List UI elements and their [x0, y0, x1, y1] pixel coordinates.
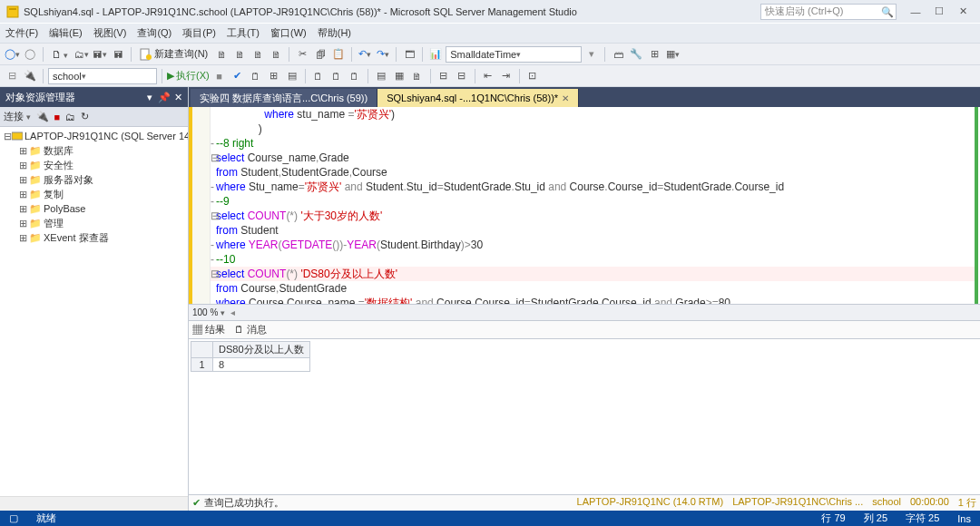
stop-icon[interactable]: ■ — [211, 68, 228, 84]
filter-icon[interactable]: 🗂 — [65, 112, 75, 122]
tools-icon[interactable]: 🔧 — [628, 46, 644, 63]
nav-forward-icon[interactable]: ◯ — [22, 46, 38, 63]
cell-value[interactable]: 8 — [213, 358, 310, 372]
open-project-icon[interactable]: 🗂 — [74, 46, 90, 63]
code-area[interactable]: where stu_name ='苏贤兴') )---8 right⊟selec… — [211, 107, 980, 304]
server-icon — [12, 131, 23, 141]
column-header[interactable]: DS80分及以上人数 — [213, 342, 310, 358]
results-grid[interactable]: DS80分及以上人数 18 — [189, 339, 980, 494]
redo-icon[interactable]: ↷ — [375, 46, 391, 63]
include-client-stats-icon[interactable]: 🗒 — [347, 68, 363, 84]
include-stats-icon[interactable]: 🗒 — [328, 68, 345, 84]
intellisense-icon[interactable]: ▤ — [284, 68, 300, 84]
tree-node[interactable]: ⊞📁数据库 — [0, 143, 188, 158]
folder-icon: 📁 — [29, 145, 42, 156]
save-all-icon[interactable]: 🖬 — [110, 46, 126, 63]
menu-query[interactable]: 查询(Q) — [137, 26, 172, 40]
undo-icon[interactable]: ↶ — [357, 46, 373, 63]
results-tab[interactable]: ▦ 结果 — [192, 323, 225, 336]
zoom-combo[interactable]: 100 % — [192, 307, 225, 317]
connect-icon[interactable]: 🔌 — [22, 68, 38, 84]
connect-dropdown[interactable]: 连接 — [4, 110, 31, 123]
menu-window[interactable]: 窗口(W) — [270, 26, 307, 40]
include-plan-icon[interactable]: 🗒 — [310, 68, 327, 84]
options-icon[interactable]: ▦ — [664, 46, 681, 63]
increase-indent-icon[interactable]: ⇥ — [498, 68, 514, 84]
object-explorer-scrollbar[interactable] — [0, 496, 188, 511]
new-file-button[interactable]: 🗋 — [48, 49, 72, 60]
db-engine-query-icon[interactable]: 🗎 — [213, 46, 230, 63]
status-char: 字符 25 — [897, 511, 948, 525]
registered-servers-icon[interactable]: 🗃 — [610, 46, 626, 63]
specify-values-icon[interactable]: ⊡ — [524, 68, 541, 84]
menu-view[interactable]: 视图(V) — [93, 26, 127, 40]
status-db: school — [872, 496, 901, 510]
status-user: LAPTOP-JR91Q1NC\Chris ... — [732, 496, 863, 510]
success-icon: ✔ — [192, 497, 201, 509]
dropdown-icon[interactable]: ▾ — [147, 92, 152, 103]
cut-icon[interactable]: ✂ — [294, 46, 310, 63]
pin-icon[interactable]: 📌 — [158, 92, 171, 103]
execute-button[interactable]: ▶ 执行(X) — [167, 69, 210, 83]
messages-tab[interactable]: 🗒 消息 — [234, 323, 267, 336]
save-icon[interactable]: 🖬 — [92, 46, 108, 63]
scroll-left-icon[interactable]: ◂ — [230, 307, 235, 317]
tree-server-node[interactable]: ⊟ LAPTOP-JR91Q1NC (SQL Server 14.0. — [0, 129, 188, 143]
mdx-query-icon[interactable]: 🗎 — [250, 46, 266, 63]
find-icon[interactable]: ▾ — [583, 46, 600, 63]
template-icon[interactable]: ⊞ — [646, 46, 662, 63]
type-combo[interactable]: SmalldateTime — [446, 46, 582, 63]
new-query-label: 新建查询(N) — [154, 47, 208, 61]
quick-launch-input[interactable]: 快速启动 (Ctrl+Q) 🔍 — [760, 4, 897, 20]
uncomment-icon[interactable]: ⊟ — [454, 68, 470, 84]
object-explorer-pane: 对象资源管理器 ▾ 📌 ✕ 连接 🔌 ■ 🗂 ↻ ⊟ LAPTOP-JR91Q1… — [0, 87, 189, 511]
menu-project[interactable]: 项目(P) — [182, 26, 216, 40]
tree-node[interactable]: ⊞📁PolyBase — [0, 201, 188, 216]
menu-tools[interactable]: 工具(T) — [227, 26, 260, 40]
results-text-icon[interactable]: ▤ — [373, 68, 389, 84]
new-query-button[interactable]: 新建查询(N) — [136, 47, 211, 61]
nav-back-icon[interactable]: ◯ — [4, 46, 20, 63]
paste-icon[interactable]: 📋 — [330, 46, 347, 63]
close-tab-icon[interactable]: ✕ — [562, 93, 569, 103]
status-connection: LAPTOP-JR91Q1NC (14.0 RTM) — [577, 496, 724, 510]
estimated-plan-icon[interactable]: 🗒 — [248, 68, 264, 84]
tree-node[interactable]: ⊞📁XEvent 探查器 — [0, 230, 188, 245]
stop-icon[interactable]: ■ — [54, 112, 61, 122]
close-button[interactable]: ✕ — [951, 3, 975, 21]
results-grid-icon[interactable]: ▦ — [391, 68, 407, 84]
results-file-icon[interactable]: 🗎 — [409, 68, 426, 84]
folder-icon: 📁 — [29, 160, 42, 170]
menu-bar: 文件(F) 编辑(E) 视图(V) 查询(Q) 项目(P) 工具(T) 窗口(W… — [0, 24, 980, 44]
status-col: 列 25 — [855, 511, 897, 525]
analysis-query-icon[interactable]: 🗎 — [231, 46, 248, 63]
tree-node[interactable]: ⊞📁管理 — [0, 216, 188, 230]
menu-edit[interactable]: 编辑(E) — [49, 26, 83, 40]
row-number[interactable]: 1 — [191, 358, 213, 372]
copy-icon[interactable]: 🗐 — [312, 46, 328, 63]
tree-node[interactable]: ⊞📁服务器对象 — [0, 172, 188, 187]
object-explorer-tree[interactable]: ⊟ LAPTOP-JR91Q1NC (SQL Server 14.0. ⊞📁数据… — [0, 127, 188, 496]
disconnect-icon[interactable]: 🔌 — [36, 111, 49, 122]
maximize-button[interactable]: ☐ — [927, 3, 951, 21]
properties-icon[interactable]: 🗔 — [401, 46, 417, 63]
menu-help[interactable]: 帮助(H) — [318, 26, 351, 40]
decrease-indent-icon[interactable]: ⇤ — [480, 68, 496, 84]
tree-node[interactable]: ⊞📁安全性 — [0, 158, 188, 172]
close-pane-icon[interactable]: ✕ — [174, 92, 182, 103]
comment-icon[interactable]: ⊟ — [436, 68, 452, 84]
refresh-icon[interactable]: ↻ — [81, 111, 89, 122]
minimize-button[interactable]: — — [904, 3, 927, 21]
activity-monitor-icon[interactable]: 📊 — [427, 46, 444, 63]
sql-editor[interactable]: where stu_name ='苏贤兴') )---8 right⊟selec… — [189, 107, 980, 305]
parse-icon[interactable]: ✔ — [230, 68, 246, 84]
tree-node[interactable]: ⊞📁复制 — [0, 187, 188, 201]
quick-launch-placeholder: 快速启动 (Ctrl+Q) — [765, 5, 843, 18]
database-combo[interactable]: school — [48, 68, 157, 84]
tab-inactive[interactable]: 实验四 数据库查询语言...C\Chris (59)) — [191, 89, 377, 107]
query-options-icon[interactable]: ⊞ — [266, 68, 282, 84]
dmx-query-icon[interactable]: 🗎 — [268, 46, 284, 63]
tab-active[interactable]: SQLshiyan4.sql -...1Q1NC\Chris (58))*✕ — [377, 89, 579, 107]
indent-icon[interactable]: ⊟ — [4, 68, 20, 84]
menu-file[interactable]: 文件(F) — [5, 26, 38, 40]
